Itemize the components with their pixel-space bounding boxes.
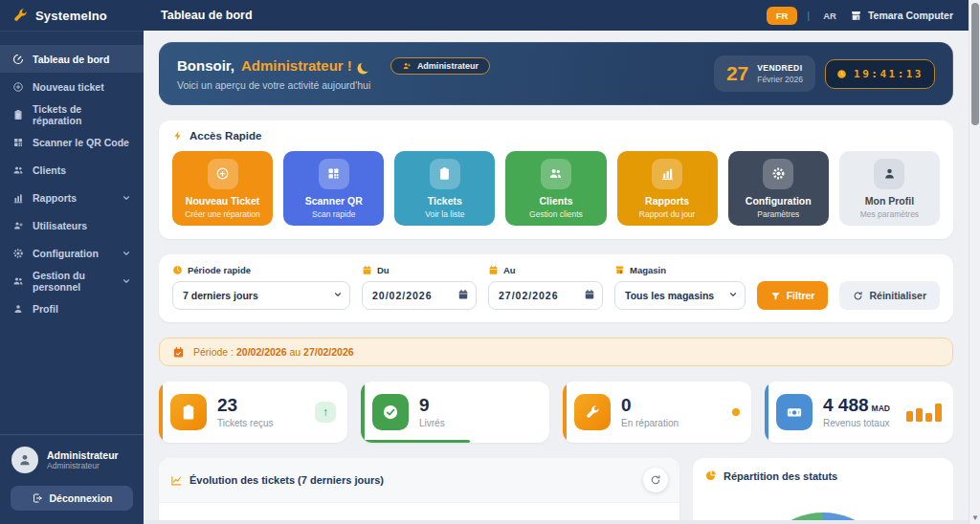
sidebar-item-label: Nouveau ticket: [33, 81, 104, 93]
period-select[interactable]: 7 derniers jours: [172, 281, 350, 310]
refresh-icon: [853, 291, 863, 301]
user-plus-icon: [12, 220, 24, 231]
welcome-subtitle: Voici un aperçu de votre activité aujour…: [177, 79, 490, 91]
quick-access-section: Accès Rapide Nouveau Ticket Créer une ré…: [159, 120, 953, 239]
welcome-username: Administrateur !: [241, 57, 352, 74]
date-day-name: VENDREDI: [757, 63, 803, 73]
sidebar-item-rapports[interactable]: Rapports: [0, 184, 144, 211]
calendar-picker-icon[interactable]: [457, 289, 469, 300]
welcome-banner: Bonsoir, Administrateur ! Administrateur…: [159, 42, 953, 105]
stat-label: Revenus totaux: [823, 418, 890, 428]
tools-icon: [574, 394, 611, 430]
status-distribution-chart-card: Répartition des statuts: [693, 458, 953, 524]
stat-card-en-reparation: 0 En réparation: [563, 382, 751, 443]
quick-card-scanner-qr[interactable]: Scanner QR Scan rapide: [283, 151, 384, 226]
stat-card-tickets-recus: 23 Tickets reçus ↑: [159, 382, 347, 443]
filter-button[interactable]: Filtrer: [757, 281, 829, 310]
quick-card-rapports[interactable]: Rapports Rapport du jour: [617, 151, 718, 226]
store-icon: [614, 265, 625, 275]
chart-title: Répartition des statuts: [724, 470, 837, 482]
users-gear-icon: [12, 275, 24, 287]
charts-row: Évolution des tickets (7 derniers jours)…: [159, 458, 953, 524]
chart-header: Répartition des statuts: [693, 458, 953, 490]
sidebar-item-label: Gestion du personnel: [33, 270, 113, 293]
sidebar-item-configuration[interactable]: Configuration: [0, 239, 144, 267]
stat-card-revenus: 4 488MAD Revenus totaux: [765, 382, 953, 443]
quick-card-title: Nouveau Ticket: [186, 195, 259, 207]
filter-to-group: Au: [488, 265, 603, 310]
quick-card-tickets[interactable]: Tickets Voir la liste: [394, 151, 495, 226]
quick-card-mon-profil[interactable]: Mon Profil Mes paramètres: [839, 151, 940, 226]
sidebar-item-nouveau-ticket[interactable]: Nouveau ticket: [0, 73, 144, 100]
chart-title: Évolution des tickets (7 derniers jours): [189, 474, 384, 486]
sidebar-item-profil[interactable]: Profil: [0, 295, 144, 322]
horizontal-scrollbar[interactable]: [144, 520, 969, 524]
quick-card-title: Mon Profil: [865, 195, 914, 207]
status-dot: [732, 408, 740, 416]
store-select[interactable]: Tous les magasins: [614, 281, 746, 310]
avatar: [11, 447, 38, 473]
calendar-check-icon: [172, 346, 185, 359]
user-icon: [12, 303, 24, 315]
chart-refresh-button[interactable]: [643, 468, 668, 492]
live-clock: 19:41:13: [854, 68, 924, 80]
main-content: Bonsoir, Administrateur ! Administrateur…: [144, 31, 969, 524]
quick-card-subtitle: Mes paramètres: [860, 209, 919, 219]
chevron-down-icon: [122, 193, 131, 203]
quick-card-nouveau-ticket[interactable]: Nouveau Ticket Créer une réparation: [172, 151, 273, 226]
store-icon: [850, 10, 862, 22]
refresh-icon: [650, 474, 661, 486]
reset-button[interactable]: Réinitialiser: [839, 281, 940, 310]
sidebar-item-scanner-qr[interactable]: Scanner le QR Code: [0, 128, 144, 156]
quick-card-configuration[interactable]: Configuration Paramètres: [728, 151, 829, 226]
sidebar: Tableau de bord Nouveau ticket Tickets d…: [0, 31, 144, 524]
sidebar-item-label: Rapports: [33, 192, 77, 204]
user-icon: [874, 159, 904, 189]
user-plus-icon: [402, 61, 412, 71]
sidebar-item-tickets-de-reparation[interactable]: Tickets de réparation: [0, 100, 144, 128]
sidebar-item-gestion-personnel[interactable]: Gestion du personnel: [0, 267, 144, 295]
gear-icon: [12, 248, 24, 259]
period-to: 27/02/2026: [303, 346, 354, 358]
mini-bar-chart: [906, 403, 942, 422]
stat-label: En réparation: [621, 418, 679, 428]
scrollbar-thumb[interactable]: [971, 3, 979, 125]
gear-icon: [763, 159, 793, 189]
stats-row: 23 Tickets reçus ↑ 9 Livrés 0 En réparat…: [159, 382, 953, 443]
stat-unit: MAD: [872, 404, 890, 413]
sidebar-item-label: Utilisateurs: [33, 220, 87, 231]
filter-period-label: Période rapide: [172, 265, 350, 275]
lang-ar-button[interactable]: AR: [819, 9, 840, 23]
scroll-down-arrow[interactable]: ▼: [969, 513, 980, 522]
sidebar-item-tableau-de-bord[interactable]: Tableau de bord: [0, 45, 144, 73]
sidebar-item-clients[interactable]: Clients: [0, 156, 144, 184]
sidebar-footer: Administrateur Administrateur Déconnexio…: [0, 434, 144, 524]
gauge-icon: [12, 54, 24, 65]
sidebar-item-label: Tableau de bord: [33, 54, 109, 65]
calendar-picker-icon[interactable]: [584, 289, 595, 300]
date-day-number: 27: [726, 62, 748, 85]
lang-fr-button[interactable]: FR: [767, 7, 798, 25]
date-month-year: Février 2026: [757, 75, 803, 84]
chevron-down-icon: [122, 249, 131, 258]
stat-value: 4 488MAD: [823, 396, 890, 415]
plus-circle-icon: [12, 81, 24, 93]
sidebar-user-role: Administrateur: [47, 461, 119, 470]
chart-header: Évolution des tickets (7 derniers jours): [159, 458, 679, 503]
filter-from-group: Du: [362, 265, 477, 310]
qr-code-icon: [319, 159, 349, 189]
check-circle-icon: [372, 394, 409, 430]
sidebar-item-utilisateurs[interactable]: Utilisateurs: [0, 211, 144, 239]
pie-chart-icon: [704, 469, 717, 482]
date-card: 27 VENDREDI Février 2026: [714, 55, 815, 92]
trend-up-badge: ↑: [315, 402, 336, 423]
stat-label: Livrés: [419, 418, 445, 428]
app-name: SystemeIno: [35, 9, 107, 23]
logout-button[interactable]: Déconnexion: [11, 486, 133, 511]
users-icon: [12, 164, 24, 176]
stat-value: 23: [217, 396, 274, 415]
vertical-scrollbar[interactable]: ▼: [969, 0, 980, 524]
quick-card-title: Configuration: [746, 195, 812, 207]
quick-card-clients[interactable]: Clients Gestion clients: [505, 151, 606, 226]
sidebar-item-label: Configuration: [33, 248, 99, 259]
